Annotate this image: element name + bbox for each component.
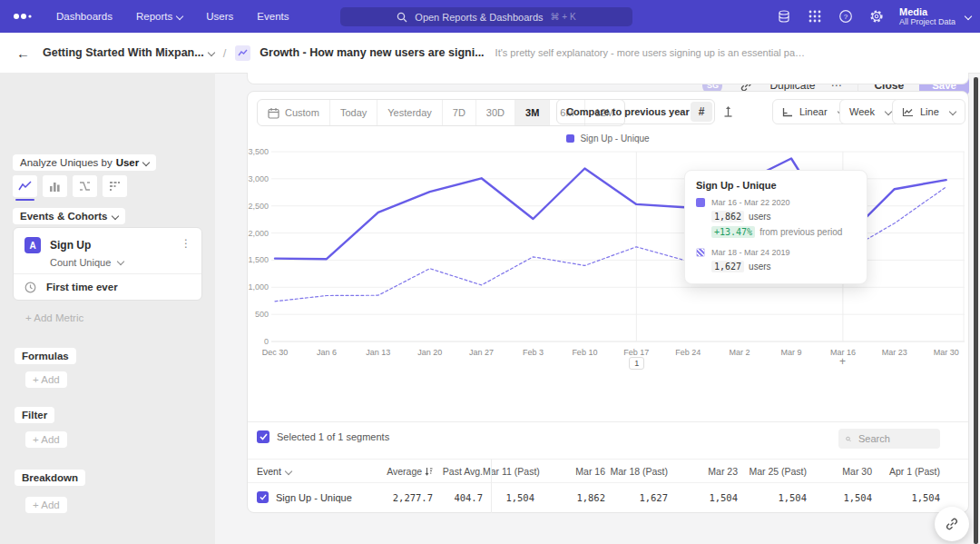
chart-type-tabs bbox=[13, 175, 127, 197]
workspace-switcher[interactable]: Media All Project Data bbox=[899, 6, 971, 27]
range-button-7d[interactable]: 7D bbox=[443, 100, 476, 125]
svg-text:3,000: 3,000 bbox=[248, 174, 269, 183]
column-header[interactable]: Mar 18 (Past) bbox=[605, 466, 668, 477]
svg-text:Jan 20: Jan 20 bbox=[417, 348, 442, 357]
nav-item-reports[interactable]: Reports bbox=[136, 11, 182, 22]
scrolled-card-fragment bbox=[247, 73, 969, 84]
row-value-cell: 1,504 bbox=[668, 492, 738, 503]
row-value-cell: 404.7 bbox=[433, 492, 483, 503]
svg-text:Feb 10: Feb 10 bbox=[572, 348, 597, 357]
calendar-icon bbox=[268, 107, 279, 119]
tooltip-current-value: 1,862 bbox=[711, 211, 744, 223]
workspace-name: Media bbox=[899, 6, 956, 17]
table-search-input[interactable] bbox=[857, 432, 933, 445]
range-button-30d[interactable]: 30D bbox=[476, 100, 515, 125]
previous-series-swatch bbox=[696, 248, 705, 257]
back-arrow-button[interactable]: ← bbox=[16, 45, 30, 61]
events-cohorts-label: Events & Cohorts bbox=[20, 211, 108, 222]
nav-item-dashboards[interactable]: Dashboards bbox=[56, 11, 113, 22]
tooltip-title: Sign Up - Unique bbox=[696, 180, 856, 191]
segments-checkbox[interactable] bbox=[257, 430, 270, 443]
svg-text:Mar 23: Mar 23 bbox=[882, 348, 907, 357]
nav-item-events[interactable]: Events bbox=[257, 11, 289, 22]
metric-event-row[interactable]: A Sign Up ⋮ Count Unique bbox=[14, 228, 201, 275]
range-button-yesterday[interactable]: Yesterday bbox=[377, 100, 443, 125]
column-header[interactable]: Average bbox=[357, 466, 433, 477]
range-button-3m[interactable]: 3M bbox=[515, 100, 550, 125]
filter-add-button[interactable]: + Add bbox=[25, 431, 67, 448]
column-header[interactable]: Mar 23 bbox=[668, 466, 738, 477]
column-header[interactable]: Past Avg. bbox=[433, 466, 483, 477]
range-button-custom[interactable]: Custom bbox=[258, 100, 330, 125]
events-cohorts-section[interactable]: Events & Cohorts bbox=[13, 208, 125, 224]
formulas-add-button[interactable]: + Add bbox=[25, 371, 67, 388]
add-annotation-button[interactable]: + bbox=[839, 355, 846, 368]
formulas-section-label: Formulas bbox=[15, 348, 76, 364]
event-badge-icon: A bbox=[24, 237, 41, 253]
row-event-name: Sign Up - Unique bbox=[276, 492, 352, 503]
tooltip-delta-value: +13.47% bbox=[711, 226, 755, 238]
column-header[interactable]: Apr 1 (Past) bbox=[872, 466, 940, 477]
breakdown-add-button[interactable]: + Add bbox=[25, 497, 67, 513]
chart-type-value: Line bbox=[920, 106, 939, 117]
analyze-label: Analyze Uniques by bbox=[20, 157, 113, 168]
row-value-cell: 1,504 bbox=[807, 492, 872, 503]
apps-grid-icon[interactable] bbox=[807, 8, 823, 25]
tooltip-delta-suffix: from previous period bbox=[760, 227, 842, 237]
mixpanel-logo-icon[interactable] bbox=[13, 12, 33, 21]
range-button-today[interactable]: Today bbox=[330, 100, 377, 125]
filter-section-label: Filter bbox=[15, 407, 54, 423]
add-metric-button[interactable]: + Add Metric bbox=[25, 312, 83, 323]
chevron-down-icon bbox=[207, 49, 214, 56]
row-checkbox[interactable] bbox=[257, 491, 269, 503]
query-builder-sidebar: Analyze Uniques by User Events & Cohorts bbox=[0, 73, 215, 544]
nav-item-users[interactable]: Users bbox=[206, 11, 233, 22]
chart-controls-row: CustomTodayYesterday7D30D3M6M12M Compare… bbox=[257, 99, 959, 124]
column-header[interactable]: Mar 30 bbox=[807, 466, 872, 477]
svg-text:Feb 17: Feb 17 bbox=[623, 348, 649, 357]
data-management-icon[interactable] bbox=[776, 8, 792, 25]
tab-retention-grid[interactable] bbox=[103, 175, 127, 197]
search-icon bbox=[846, 434, 851, 444]
settings-gear-icon[interactable] bbox=[868, 8, 885, 25]
global-search-button[interactable]: Open Reports & Dashboards ⌘ + K bbox=[340, 7, 632, 26]
row-event-cell[interactable]: Sign Up - Unique bbox=[248, 491, 357, 503]
tab-bar-chart[interactable] bbox=[43, 175, 67, 197]
metric-aggregation-dropdown[interactable]: Count Unique bbox=[50, 257, 123, 268]
chart-type-dropdown[interactable]: Line bbox=[892, 99, 965, 124]
analyze-uniques-dropdown[interactable]: Analyze Uniques by User bbox=[13, 154, 156, 171]
table-header-row: EventAverage Past Avg.Mar 11 (Past)Mar 1… bbox=[248, 459, 968, 482]
breadcrumb-board-select[interactable]: Getting Started With Mixpan... bbox=[43, 46, 214, 59]
column-header-event[interactable]: Event bbox=[248, 466, 357, 477]
search-icon bbox=[397, 12, 407, 23]
row-value-cell: 2,277.7 bbox=[357, 492, 433, 503]
chevron-down-icon bbox=[142, 159, 150, 166]
tab-line-chart[interactable] bbox=[13, 175, 37, 197]
annotation-marker[interactable]: 1 bbox=[629, 357, 644, 370]
breadcrumb-separator: / bbox=[223, 46, 227, 60]
topbar-nav: DashboardsReportsUsersEvents bbox=[56, 11, 289, 22]
interval-value: Week bbox=[849, 106, 875, 117]
first-time-ever-row[interactable]: First time ever bbox=[14, 273, 201, 300]
annotations-hash-button[interactable]: # bbox=[691, 102, 712, 122]
segments-selected-row: Selected 1 of 1 segments bbox=[257, 430, 389, 443]
help-icon[interactable]: ? bbox=[838, 8, 854, 25]
column-header[interactable]: Mar 16 bbox=[534, 466, 605, 477]
annotation-pin-icon[interactable] bbox=[718, 102, 738, 122]
table-column-divider bbox=[491, 459, 492, 513]
tab-flow-chart[interactable] bbox=[73, 175, 97, 197]
tooltip-previous-value: 1,627 bbox=[711, 261, 744, 272]
report-card: CustomTodayYesterday7D30D3M6M12M Compare… bbox=[247, 91, 969, 513]
topbar-right-group: ? Media All Project Data bbox=[776, 0, 971, 33]
svg-text:Dec 30: Dec 30 bbox=[262, 348, 289, 357]
scrollbar-thumb[interactable] bbox=[974, 77, 978, 544]
report-header-bar: ← Getting Started With Mixpan... / Growt… bbox=[0, 33, 980, 74]
tooltip-current-range: Mar 16 - Mar 22 2020 bbox=[711, 198, 790, 207]
share-link-fab[interactable] bbox=[935, 507, 969, 541]
metric-kebab-menu[interactable]: ⋮ bbox=[178, 237, 194, 250]
column-header[interactable]: Mar 25 (Past) bbox=[738, 466, 807, 477]
svg-text:1,000: 1,000 bbox=[248, 282, 269, 292]
first-time-ever-label: First time ever bbox=[46, 282, 118, 292]
line-chart-icon bbox=[902, 107, 914, 117]
table-row: Sign Up - Unique2,277.7404.71,5041,8621,… bbox=[248, 482, 968, 511]
